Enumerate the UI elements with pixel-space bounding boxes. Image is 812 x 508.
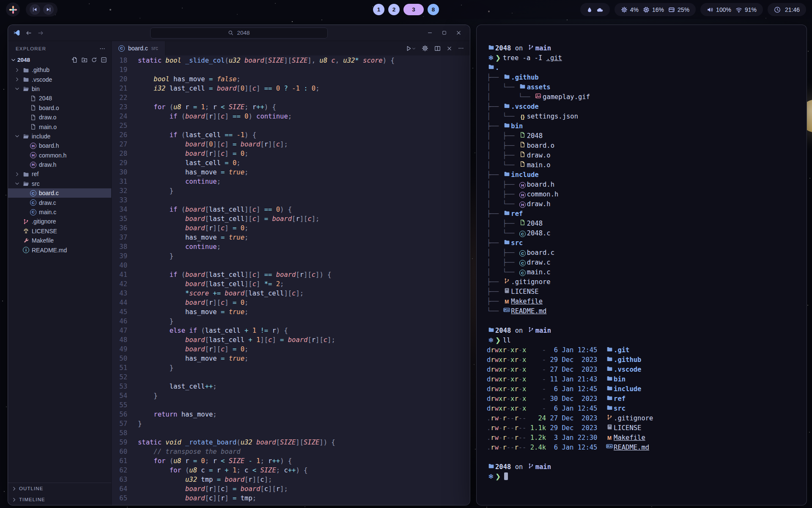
workspace-2[interactable]: 2 [388,4,400,15]
vscode-titlebar[interactable]: 2048 [8,25,470,41]
workspace-3-active[interactable]: 3 [403,4,424,15]
close-button[interactable] [452,27,465,39]
explorer-item-board.o[interactable]: board.o [8,103,111,113]
code-line-48[interactable]: 48 board[last_cell + 1][c] = board[r][c]… [112,335,470,345]
code-line-18[interactable]: 18static bool _slide_col(u32 board[SIZE]… [112,56,470,65]
timeline-panel-header[interactable]: TIMELINE [8,494,111,505]
code-line-64[interactable]: 64 board[r][c] = board[c][r]; [112,484,470,494]
code-line-42[interactable]: 42 board[last_cell][c] *= 2; [112,279,470,289]
explorer-item-draw.h[interactable]: Hdraw.h [8,160,111,169]
code-line-41[interactable]: 41 if (board[last_cell][c] == board[r][c… [112,270,470,279]
code-line-49[interactable]: 49 board[r][c] = 0; [112,345,470,354]
code-editor[interactable]: 18static bool _slide_col(u32 board[SIZE]… [112,55,470,505]
code-line-21[interactable]: 21 i32 last_cell = board[0][c] == 0 ? -1… [112,84,470,93]
code-line-25[interactable]: 25 [112,121,470,130]
media-next-button[interactable] [43,4,54,15]
code-line-34[interactable]: 34 if (board[last_cell][c] == 0) { [112,205,470,214]
system-stats-widget[interactable]: 4% 16% 25% [614,3,696,16]
code-line-33[interactable]: 33 [112,196,470,205]
explorer-item-.github[interactable]: .github [8,65,111,75]
outline-panel-header[interactable]: OUTLINE [8,483,111,494]
explorer-item-2048[interactable]: 2048 [8,94,111,103]
code-line-29[interactable]: 29 last_cell = 0; [112,158,470,168]
explorer-item-bin[interactable]: bin [8,84,111,94]
code-line-57[interactable]: 57} [112,419,470,428]
code-line-53[interactable]: 53 last_cell++; [112,382,470,391]
code-line-51[interactable]: 51 } [112,363,470,373]
code-line-62[interactable]: 62 for (u8 c = r + 1; c < SIZE; c++) { [112,466,470,475]
code-line-39[interactable]: 39 } [112,251,470,261]
history-back-button[interactable] [25,29,32,36]
explorer-item-include[interactable]: include [8,132,111,141]
explorer-item-Makefile[interactable]: Makefile [8,236,111,245]
explorer-item-main.o[interactable]: main.o [8,122,111,131]
workspace-1[interactable]: 1 [373,4,384,15]
code-line-60[interactable]: 60 // transpose the board [112,447,470,456]
explorer-item-main.c[interactable]: Cmain.c [8,207,111,217]
code-line-38[interactable]: 38 continue; [112,242,470,251]
code-line-65[interactable]: 65 board[c][r] = tmp; [112,494,470,503]
audio-network-widget[interactable]: 100% 91% [700,3,763,16]
code-line-40[interactable]: 40 [112,261,470,270]
code-line-58[interactable]: 58 [112,428,470,438]
weather-widget[interactable] [580,3,610,16]
workspace-8[interactable]: 8 [428,4,439,15]
close-editor-button[interactable] [447,46,452,51]
code-line-43[interactable]: 43 *score += board[last_cell][c]; [112,289,470,298]
code-line-63[interactable]: 63 u32 tmp = board[r][c]; [112,475,470,484]
code-line-35[interactable]: 35 board[last_cell][c] = board[r][c]; [112,214,470,224]
tab-board-c[interactable]: C board.c src [112,41,165,55]
media-previous-button[interactable] [30,4,40,15]
code-line-30[interactable]: 30 has_move = true; [112,168,470,177]
code-line-27[interactable]: 27 board[0][c] = board[r][c]; [112,140,470,149]
history-forward-button[interactable] [37,29,44,36]
more-actions-button[interactable] [458,45,464,51]
terminal-window[interactable]: 2048 on main❄❯ tree -a -I .git.├── .gith… [476,25,807,505]
explorer-item-README.md[interactable]: iREADME.md [8,245,111,254]
clock-widget[interactable]: 21:46 [768,3,806,16]
code-line-24[interactable]: 24 if (board[r][c] == 0) continue; [112,112,470,121]
explorer-item-src[interactable]: src [8,179,111,188]
settings-gear-button[interactable] [422,45,428,52]
code-line-19[interactable]: 19 [112,65,470,75]
code-line-50[interactable]: 50 has_move = true; [112,354,470,363]
code-line-31[interactable]: 31 continue; [112,177,470,186]
maximize-button[interactable] [438,27,450,39]
code-line-52[interactable]: 52 [112,373,470,382]
code-line-32[interactable]: 32 } [112,186,470,196]
code-line-44[interactable]: 44 board[r][c] = 0; [112,298,470,307]
code-line-61[interactable]: 61 for (u8 r = 0; r < SIZE - 1; r++) { [112,456,470,466]
explorer-item-.gitignore[interactable]: .gitignore [8,217,111,226]
explorer-item-common.h[interactable]: Hcommon.h [8,151,111,160]
explorer-item-LICENSE[interactable]: LICENSE [8,226,111,236]
explorer-item-.vscode[interactable]: .vscode [8,75,111,84]
command-center-search[interactable]: 2048 [150,28,328,39]
collapse-folders-button[interactable] [101,57,107,63]
explorer-more-button[interactable] [99,46,105,52]
code-line-28[interactable]: 28 board[r][c] = 0; [112,149,470,158]
code-line-20[interactable]: 20 bool has_move = false; [112,75,470,84]
run-button[interactable] [406,45,416,52]
code-line-23[interactable]: 23 for (u8 r = 1; r < SIZE; r++) { [112,102,470,112]
code-line-46[interactable]: 46 } [112,317,470,326]
code-line-56[interactable]: 56 return has_move; [112,410,470,419]
minimize-button[interactable] [423,27,436,39]
explorer-item-ref[interactable]: ref [8,169,111,179]
code-line-54[interactable]: 54 } [112,391,470,400]
refresh-explorer-button[interactable] [91,57,97,63]
code-line-47[interactable]: 47 else if (last_cell + 1 != r) { [112,326,470,335]
code-line-45[interactable]: 45 has_move = true; [112,307,470,317]
explorer-item-draw.c[interactable]: Cdraw.c [8,198,111,207]
code-line-55[interactable]: 55 [112,400,470,410]
explorer-item-board.h[interactable]: Hboard.h [8,141,111,150]
code-line-37[interactable]: 37 has_move = true; [112,233,470,242]
code-line-59[interactable]: 59static void _rotate_board(u32 board[SI… [112,438,470,447]
new-file-button[interactable] [71,57,78,63]
explorer-item-board.c[interactable]: Cboard.c [8,188,111,198]
code-line-36[interactable]: 36 board[r][c] = 0; [112,224,470,233]
project-root-row[interactable]: 2048 [8,55,111,65]
code-line-22[interactable]: 22 [112,93,470,102]
code-line-26[interactable]: 26 if (last_cell == -1) { [112,130,470,140]
explorer-item-draw.o[interactable]: draw.o [8,113,111,122]
launcher-button[interactable] [6,3,20,17]
